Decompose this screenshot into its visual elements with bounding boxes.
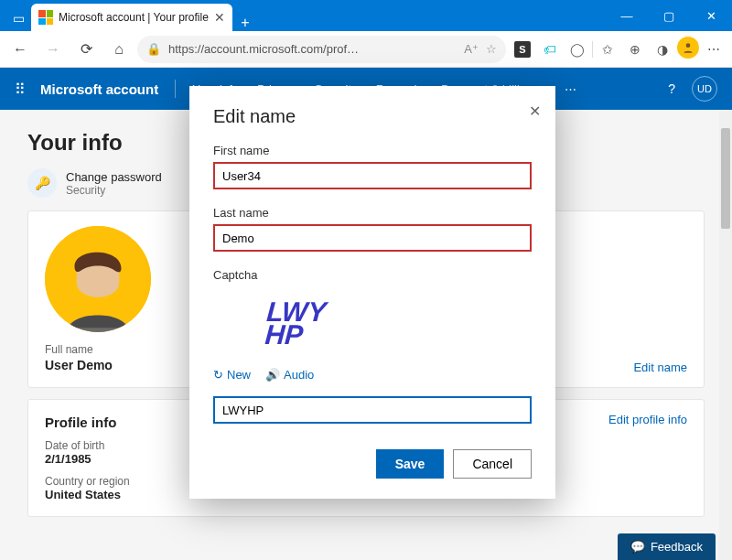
- captcha-audio-link[interactable]: 🔊Audio: [265, 368, 314, 382]
- ms-favicon: [38, 10, 53, 25]
- chat-icon: 💬: [630, 540, 645, 554]
- edit-name-link[interactable]: Edit name: [633, 361, 687, 374]
- captcha-image: LWYHP: [210, 287, 380, 359]
- ext-tag-icon[interactable]: 🏷: [537, 37, 563, 62]
- collections-icon[interactable]: ⊕: [622, 37, 648, 62]
- close-window-button[interactable]: ✕: [690, 0, 732, 31]
- window-controls: — ▢ ✕: [606, 0, 732, 31]
- lock-icon: 🔒: [146, 42, 161, 56]
- divider: [592, 41, 593, 58]
- refresh-icon: ↻: [213, 368, 223, 382]
- refresh-button[interactable]: ⟳: [71, 35, 101, 64]
- captcha-label: Captcha: [213, 268, 532, 282]
- new-tab-button[interactable]: +: [232, 15, 258, 31]
- profile-avatar[interactable]: [677, 37, 699, 59]
- edit-profile-link[interactable]: Edit profile info: [608, 413, 687, 426]
- tab-actions-icon[interactable]: ▭: [5, 5, 31, 31]
- browser-tab[interactable]: Microsoft account | Your profile ✕: [31, 4, 232, 31]
- audio-icon: 🔊: [265, 368, 280, 382]
- close-icon[interactable]: ✕: [214, 10, 225, 25]
- favorite-icon[interactable]: ☆: [486, 42, 497, 56]
- url-text: https://account.microsoft.com/prof…: [168, 42, 359, 56]
- ext-s[interactable]: S: [510, 37, 535, 62]
- first-name-input[interactable]: [213, 162, 532, 189]
- favorites-icon[interactable]: ✩: [595, 37, 620, 62]
- dialog-title: Edit name: [213, 106, 532, 127]
- tab-title: Microsoft account | Your profile: [59, 11, 209, 24]
- captcha-links: ↻New 🔊Audio: [213, 368, 532, 382]
- home-button[interactable]: ⌂: [104, 35, 134, 64]
- window-titlebar: ▭ Microsoft account | Your profile ✕ + —…: [0, 0, 732, 31]
- key-icon: 🔑: [27, 168, 57, 198]
- cancel-button[interactable]: Cancel: [453, 449, 532, 479]
- minimize-button[interactable]: —: [606, 0, 648, 31]
- brand[interactable]: Microsoft account: [40, 81, 158, 97]
- tab-strip: ▭ Microsoft account | Your profile ✕ +: [0, 0, 258, 31]
- more-icon[interactable]: ⋯: [701, 37, 727, 62]
- cpw-label: Change password: [66, 170, 162, 184]
- address-bar: ← → ⟳ ⌂ 🔒 https://account.microsoft.com/…: [0, 31, 732, 68]
- svg-point-0: [686, 43, 691, 48]
- extensions: S 🏷 ◯ ✩ ⊕ ◑ ⋯: [510, 37, 727, 62]
- captcha-input[interactable]: [213, 396, 532, 424]
- header-right: ? UD: [668, 76, 717, 102]
- browser-essentials-icon[interactable]: ◑: [650, 37, 675, 62]
- edit-name-dialog: Edit name ✕ First name Last name Captcha…: [189, 86, 555, 499]
- scroll-thumb[interactable]: [721, 128, 730, 229]
- close-dialog-button[interactable]: ✕: [529, 102, 541, 120]
- first-name-label: First name: [213, 144, 532, 157]
- maximize-button[interactable]: ▢: [648, 0, 690, 31]
- url-box[interactable]: 🔒 https://account.microsoft.com/prof… A⁺…: [137, 36, 506, 63]
- last-name-label: Last name: [213, 206, 532, 220]
- last-name-input[interactable]: [213, 224, 532, 252]
- ext-ring-icon[interactable]: ◯: [565, 37, 590, 62]
- profile-picture[interactable]: [45, 226, 151, 332]
- read-aloud-icon[interactable]: A⁺: [464, 42, 479, 56]
- scrollbar[interactable]: [719, 110, 732, 560]
- forward-button[interactable]: →: [38, 35, 68, 64]
- save-button[interactable]: Save: [376, 449, 445, 479]
- feedback-button[interactable]: 💬 Feedback: [618, 533, 716, 560]
- user-badge[interactable]: UD: [692, 76, 717, 102]
- divider: [175, 80, 176, 98]
- app-launcher-icon[interactable]: ⠿: [15, 81, 24, 98]
- help-icon[interactable]: ?: [668, 81, 675, 96]
- captcha-new-link[interactable]: ↻New: [213, 368, 251, 382]
- nav-more[interactable]: ⋯: [565, 82, 576, 96]
- back-button[interactable]: ←: [5, 35, 35, 64]
- cpw-sub: Security: [66, 184, 162, 197]
- dialog-buttons: Save Cancel: [213, 449, 532, 479]
- change-password-text: Change password Security: [66, 170, 162, 197]
